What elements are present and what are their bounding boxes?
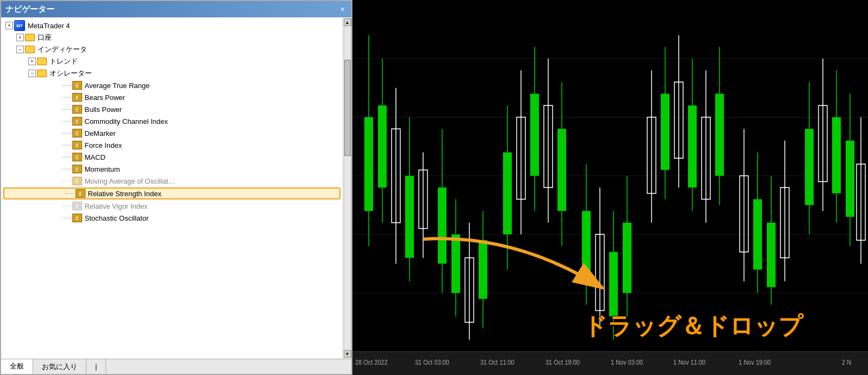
item-label: Commodity Channel Index: [85, 117, 168, 126]
tree-line-prefix: ····: [61, 142, 71, 149]
list-item[interactable]: ···· f Stochastic Oscillator: [1, 212, 343, 224]
func-icon: f: [72, 93, 82, 102]
close-button[interactable]: ×: [338, 5, 347, 14]
tree-line-prefix: ····: [61, 154, 71, 161]
item-label: Relative Vigor Index: [85, 202, 148, 210]
accounts-folder-icon: [25, 34, 35, 41]
tree-line-prefix: ····: [61, 118, 71, 125]
tab-favorites[interactable]: お気に入り: [33, 359, 86, 374]
svg-rect-57: [753, 199, 762, 270]
rsi-list-item[interactable]: ···· f Relative Strength Index: [3, 188, 340, 199]
svg-rect-9: [378, 105, 387, 188]
svg-rect-33: [557, 129, 566, 211]
tab-extra-label: |: [95, 362, 97, 371]
rsi-label: Relative Strength Index: [88, 190, 162, 198]
func-icon: f: [72, 165, 82, 173]
tree-line-prefix: ····: [61, 106, 71, 113]
tree-root[interactable]: + MT MetaTrader 4: [1, 20, 343, 32]
chart-panel: 28 Oct 2022 31 Oct 03:00 31 Oct 11:00 31…: [352, 0, 868, 375]
func-icon: f: [72, 153, 82, 161]
tree-line-prefix: ····: [61, 130, 71, 137]
tab-general[interactable]: 全般: [1, 359, 33, 374]
navigator-content: + MT MetaTrader 4 + 口座 − インディケータ + トレンド: [1, 17, 351, 359]
scroll-thumb[interactable]: [344, 60, 351, 156]
accounts-expand-icon[interactable]: +: [16, 34, 24, 41]
list-item[interactable]: ···· f Momentum: [1, 163, 343, 175]
svg-rect-17: [438, 188, 447, 264]
list-item[interactable]: ···· f Force Index: [1, 139, 343, 151]
navigator-tabs: 全般 お気に入り |: [1, 359, 351, 374]
oscillator-expand-icon[interactable]: −: [28, 70, 36, 77]
indicators-folder-icon: [25, 46, 35, 53]
tree-accounts[interactable]: + 口座: [1, 32, 343, 43]
root-expand-icon[interactable]: +: [5, 22, 13, 29]
svg-rect-59: [767, 223, 776, 288]
svg-rect-41: [623, 223, 631, 293]
svg-rect-25: [503, 152, 512, 234]
oscillator-label: オシレーター: [49, 68, 92, 78]
svg-rect-53: [715, 94, 724, 176]
indicators-label: インディケータ: [38, 45, 87, 54]
tree-line-prefix: ····: [61, 166, 71, 173]
svg-text:2 N: 2 N: [842, 359, 851, 365]
func-icon: f: [72, 202, 82, 210]
item-label: Bears Power: [85, 93, 125, 102]
list-item[interactable]: ···· f Relative Vigor Index: [1, 200, 343, 212]
list-item[interactable]: ···· f MACD: [1, 151, 343, 163]
svg-text:1 Nov 11:00: 1 Nov 11:00: [673, 359, 705, 365]
svg-text:28 Oct 2022: 28 Oct 2022: [355, 359, 388, 365]
svg-rect-0: [352, 0, 868, 375]
svg-rect-19: [451, 234, 460, 293]
navigator-panel: ナビゲーター × + MT MetaTrader 4 + 口座 − インディケー…: [0, 0, 352, 375]
tab-extra[interactable]: |: [86, 359, 106, 374]
svg-text:31 Oct 03:00: 31 Oct 03:00: [415, 359, 449, 365]
oscillator-folder-icon: [37, 70, 47, 77]
navigator-title: ナビゲーター: [5, 4, 54, 15]
candlestick-chart: 28 Oct 2022 31 Oct 03:00 31 Oct 11:00 31…: [352, 0, 868, 375]
list-item[interactable]: ···· f DeMarker: [1, 127, 343, 139]
list-item[interactable]: ···· f Bears Power: [1, 91, 343, 103]
svg-rect-39: [609, 252, 618, 317]
indicators-expand-icon[interactable]: −: [16, 46, 24, 53]
func-icon: f: [72, 105, 82, 114]
tree-line-prefix: ····: [61, 82, 71, 89]
func-icon: f: [72, 117, 82, 126]
list-item[interactable]: ···· f Moving Average of Oscillat…: [1, 175, 343, 187]
item-label: Momentum: [85, 165, 120, 173]
svg-rect-67: [832, 117, 841, 193]
scroll-down-arrow[interactable]: ▼: [344, 350, 351, 358]
svg-rect-35: [582, 211, 591, 281]
list-item[interactable]: ···· f Commodity Channel Index: [1, 115, 343, 127]
tree-oscillator[interactable]: − オシレーター: [1, 67, 343, 79]
tree-line-prefix: ····: [61, 203, 71, 210]
svg-text:31 Oct 11:00: 31 Oct 11:00: [480, 359, 514, 365]
tree-line-prefix: ····: [61, 178, 71, 185]
func-icon: f: [72, 141, 82, 149]
list-item[interactable]: ···· f Average True Range: [1, 79, 343, 91]
item-label: Average True Range: [85, 82, 150, 90]
scroll-track[interactable]: [344, 27, 351, 349]
func-icon: f: [76, 189, 85, 198]
func-icon: f: [72, 177, 82, 185]
item-label: Force Index: [85, 141, 122, 149]
svg-text:1 Nov 03:00: 1 Nov 03:00: [611, 359, 643, 365]
func-icon: f: [72, 129, 82, 138]
trend-label: トレンド: [49, 57, 78, 66]
accounts-label: 口座: [38, 33, 52, 42]
item-label: DeMarker: [85, 129, 116, 138]
svg-rect-63: [805, 129, 814, 205]
svg-rect-49: [688, 105, 697, 188]
trend-expand-icon[interactable]: +: [28, 58, 36, 65]
list-item[interactable]: ···· f Bulls Power: [1, 103, 343, 115]
scroll-up-arrow[interactable]: ▲: [344, 18, 351, 26]
trend-folder-icon: [37, 58, 47, 65]
tree-trend[interactable]: + トレンド: [1, 55, 343, 67]
navigator-titlebar: ナビゲーター ×: [1, 1, 351, 17]
tree-indicators[interactable]: − インディケータ: [1, 43, 343, 55]
tree-line-prefix: ····: [61, 215, 71, 222]
tab-favorites-label: お気に入り: [42, 362, 77, 372]
item-label: MACD: [85, 153, 106, 161]
func-icon: f: [72, 214, 82, 222]
tab-general-label: 全般: [10, 361, 24, 371]
nav-scrollbar[interactable]: ▲ ▼: [343, 17, 351, 359]
